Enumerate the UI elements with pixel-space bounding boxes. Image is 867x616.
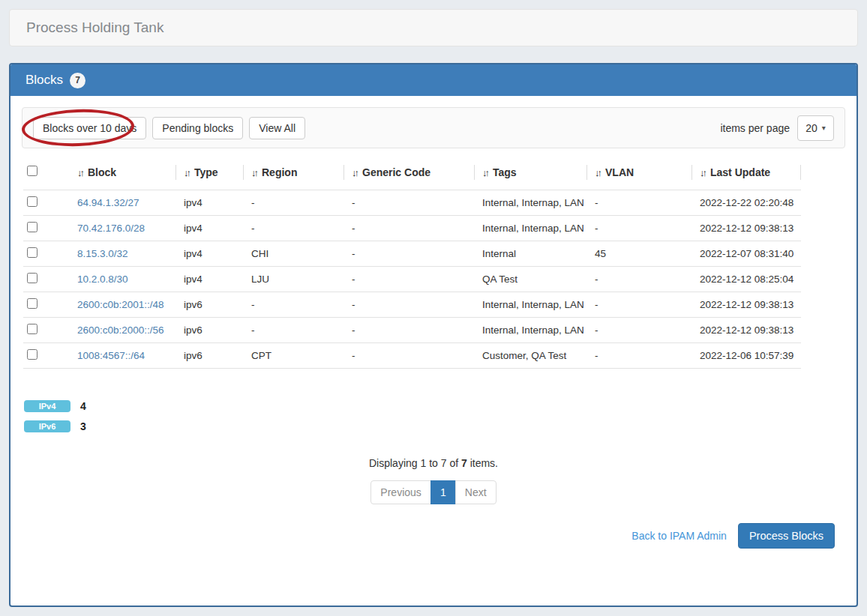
sort-icon[interactable]: ↓↑ [700, 167, 705, 178]
table-header-row: ↓↑Block ↓↑Type ↓↑Region ↓↑Generic Code ↓… [23, 155, 801, 190]
items-per-page-select[interactable]: 20 ▾ [797, 115, 834, 141]
generic-code-cell: - [344, 215, 475, 241]
last-update-cell: 2022-12-12 09:38:13 [692, 215, 801, 241]
panel-title: Blocks [26, 73, 63, 88]
vlan-cell: - [587, 342, 692, 368]
column-header-block[interactable]: ↓↑Block [70, 155, 176, 190]
next-page-button[interactable]: Next [455, 480, 496, 504]
generic-code-cell: - [344, 317, 475, 342]
tags-cell: Internal, Internap, LAN [475, 292, 587, 317]
last-update-cell: 2022-12-07 08:31:40 [692, 241, 801, 266]
view-all-button[interactable]: View All [249, 117, 305, 139]
page-title: Process Holding Tank [26, 19, 164, 36]
sort-icon[interactable]: ↓↑ [251, 167, 256, 178]
row-checkbox[interactable] [27, 349, 38, 360]
block-link[interactable]: 1008:4567::/64 [77, 350, 145, 361]
back-to-ipam-admin-link[interactable]: Back to IPAM Admin [632, 530, 727, 542]
column-header-generic-code[interactable]: ↓↑Generic Code [344, 155, 475, 190]
last-update-cell: 2022-12-22 02:20:48 [692, 190, 801, 215]
select-all-checkbox[interactable] [27, 166, 38, 176]
page-title-bar: Process Holding Tank [9, 9, 858, 46]
type-cell: ipv4 [176, 241, 244, 266]
region-cell: CHI [244, 241, 344, 266]
ipv4-count: 4 [80, 400, 86, 412]
region-cell: LJU [244, 266, 344, 292]
caret-down-icon: ▾ [822, 124, 826, 132]
row-checkbox[interactable] [27, 298, 38, 309]
items-per-page-value: 20 [806, 122, 818, 134]
generic-code-cell: - [344, 292, 475, 317]
block-link[interactable]: 2600:c0b:2000::/56 [77, 324, 164, 336]
generic-code-cell: - [344, 190, 475, 215]
blocks-panel-header: Blocks 7 [10, 64, 856, 96]
block-link[interactable]: 70.42.176.0/28 [77, 223, 145, 234]
last-update-cell: 2022-12-12 08:25:04 [692, 266, 801, 292]
pending-blocks-button[interactable]: Pending blocks [152, 117, 243, 139]
row-checkbox[interactable] [27, 324, 38, 334]
tags-cell: QA Test [475, 266, 587, 292]
vlan-cell: - [587, 317, 692, 342]
column-header-last-update[interactable]: ↓↑Last Update [692, 155, 801, 190]
generic-code-cell: - [344, 266, 475, 292]
pagination: Previous 1 Next [10, 480, 856, 504]
row-checkbox[interactable] [27, 273, 38, 283]
sort-icon[interactable]: ↓↑ [77, 167, 82, 178]
vlan-cell: - [587, 215, 692, 241]
vlan-cell: - [587, 292, 692, 317]
generic-code-cell: - [344, 342, 475, 368]
region-cell: CPT [244, 342, 344, 368]
blocks-over-10-days-button[interactable]: Blocks over 10 days [33, 117, 146, 139]
block-link[interactable]: 10.2.0.8/30 [77, 274, 128, 285]
table-row: 2600:c0b:2001::/48 ipv6 - - Internal, In… [23, 292, 801, 317]
column-header-tags[interactable]: ↓↑Tags [475, 155, 587, 190]
ipv4-badge: IPv4 [24, 400, 70, 412]
sort-icon[interactable]: ↓↑ [595, 167, 600, 178]
column-header-vlan[interactable]: ↓↑VLAN [587, 155, 692, 190]
footer-actions: Back to IPAM Admin Process Blocks [10, 523, 856, 549]
ipv6-badge: IPv6 [24, 420, 70, 432]
tags-cell: Customer, QA Test [475, 342, 587, 368]
table-row: 64.94.1.32/27 ipv4 - - Internal, Interna… [23, 190, 801, 215]
table-row: 70.42.176.0/28 ipv4 - - Internal, Intern… [23, 215, 801, 241]
process-blocks-button[interactable]: Process Blocks [738, 523, 835, 549]
tags-cell: Internal, Internap, LAN [475, 215, 587, 241]
vlan-cell: - [587, 190, 692, 215]
sort-icon[interactable]: ↓↑ [482, 167, 488, 178]
filter-toolbar: Blocks over 10 days Pending blocks View … [22, 107, 845, 148]
region-cell: - [244, 317, 344, 342]
row-checkbox[interactable] [27, 247, 38, 258]
block-link[interactable]: 2600:c0b:2001::/48 [77, 299, 164, 310]
type-cell: ipv4 [176, 190, 244, 215]
sort-icon[interactable]: ↓↑ [352, 167, 357, 178]
block-link[interactable]: 8.15.3.0/32 [77, 248, 128, 259]
blocks-panel: Blocks 7 Blocks over 10 days Pending blo… [9, 63, 858, 607]
vlan-cell: 45 [587, 241, 692, 266]
ip-version-summary: IPv4 4 IPv6 3 [24, 400, 856, 432]
table-row: 8.15.3.0/32 ipv4 CHI - Internal 45 2022-… [23, 241, 801, 266]
vlan-cell: - [587, 266, 692, 292]
type-cell: ipv6 [176, 317, 244, 342]
region-cell: - [244, 215, 344, 241]
type-cell: ipv6 [176, 342, 244, 368]
column-header-type[interactable]: ↓↑Type [176, 155, 244, 190]
page-1-button[interactable]: 1 [430, 480, 456, 504]
table-row: 1008:4567::/64 ipv6 CPT - Customer, QA T… [23, 342, 801, 368]
ipv6-count: 3 [80, 420, 86, 432]
previous-page-button[interactable]: Previous [370, 480, 430, 504]
type-cell: ipv6 [176, 292, 244, 317]
type-cell: ipv4 [176, 215, 244, 241]
block-link[interactable]: 64.94.1.32/27 [77, 197, 140, 208]
sort-icon[interactable]: ↓↑ [184, 167, 189, 178]
column-header-region[interactable]: ↓↑Region [244, 155, 344, 190]
last-update-cell: 2022-12-12 09:38:13 [692, 292, 801, 317]
row-checkbox[interactable] [27, 196, 38, 207]
region-cell: - [244, 190, 344, 215]
items-per-page-label: items per page [720, 122, 790, 134]
displaying-status-text: Displaying 1 to 7 of 7 items. [10, 457, 856, 469]
table-row: 10.2.0.8/30 ipv4 LJU - QA Test - 2022-12… [23, 266, 801, 292]
row-checkbox[interactable] [27, 222, 38, 232]
tags-cell: Internal [475, 241, 587, 266]
blocks-table-body: 64.94.1.32/27 ipv4 - - Internal, Interna… [23, 190, 801, 368]
last-update-cell: 2022-12-12 09:38:13 [692, 317, 801, 342]
region-cell: - [244, 292, 344, 317]
